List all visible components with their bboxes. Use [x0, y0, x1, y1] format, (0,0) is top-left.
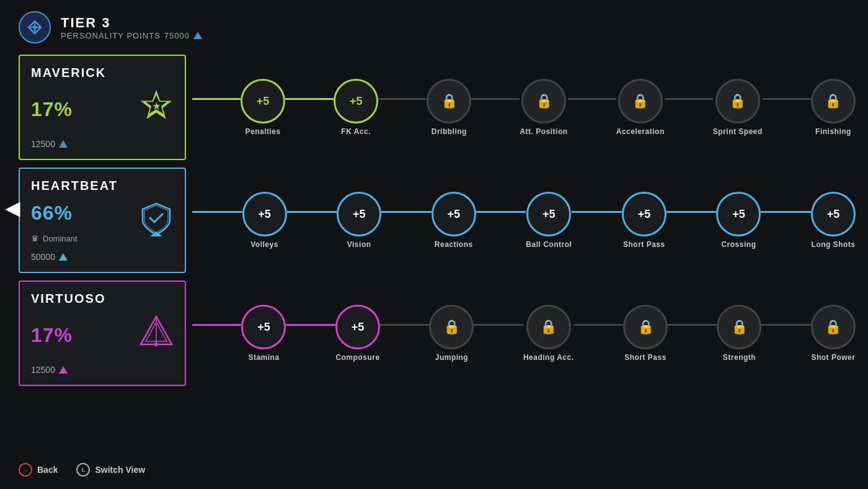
heartbeat-skill-chain: +5 Volleys +5 Vision +5 Reactions [186, 192, 856, 249]
maverick-connector-start [192, 98, 241, 100]
switch-l-icon: L [76, 463, 90, 477]
heartbeat-ballcontrol-circle: +5 [526, 192, 571, 236]
header: TIER 3 PERSONALITY POINTS 75000 [0, 0, 868, 55]
maverick-connector-2 [378, 98, 427, 100]
virtuoso-strength-circle: 🔒 [717, 305, 761, 349]
heartbeat-name: HEARTBEAT [31, 179, 174, 193]
maverick-finishing-circle: 🔒 [811, 79, 856, 123]
virtuoso-skill-composure[interactable]: +5 Composure [335, 305, 380, 362]
maverick-points-triangle [59, 140, 68, 148]
virtuoso-connector-4 [574, 324, 623, 326]
heartbeat-connector-3 [476, 211, 526, 213]
virtuoso-jumping-circle: 🔒 [429, 305, 474, 349]
tier-title: TIER 3 [61, 15, 202, 31]
maverick-points: 12500 [31, 139, 68, 149]
heartbeat-shortpass-circle: +5 [622, 192, 666, 236]
virtuoso-name: VIRTUOSO [31, 292, 174, 306]
maverick-connector-6 [763, 98, 811, 100]
heartbeat-bottom: 50000 [31, 252, 174, 262]
maverick-skill-chain: +5 Penalties +5 FK Acc. 🔒 Dribbling [186, 79, 856, 136]
virtuoso-stamina-circle: +5 [241, 305, 286, 349]
tier-icon [19, 11, 51, 43]
back-arrow-icon[interactable]: ◀ [5, 196, 20, 220]
virtuoso-connector-6 [761, 324, 810, 326]
back-circle-icon: ○ [19, 463, 32, 477]
svg-point-3 [33, 25, 37, 29]
maverick-connector-5 [665, 98, 713, 100]
heartbeat-connector-2 [381, 211, 432, 213]
virtuoso-shortpass-circle: 🔒 [623, 305, 668, 349]
heartbeat-points-triangle [59, 253, 68, 261]
virtuoso-skill-headingacc: 🔒 Heading Acc. [523, 305, 574, 362]
virtuoso-points-triangle [59, 366, 68, 374]
maverick-skill-finishing: 🔒 Finishing [811, 79, 856, 136]
virtuoso-shotpower-circle: 🔒 [811, 305, 856, 349]
heartbeat-connector-6 [761, 211, 811, 213]
maverick-acceleration-circle: 🔒 [618, 79, 663, 123]
virtuoso-row: VIRTUOSO 17% 12500 [19, 280, 856, 386]
heartbeat-points: 50000 [31, 252, 68, 262]
virtuoso-connector-2 [380, 324, 429, 326]
switch-view-button[interactable]: L Switch View [76, 463, 145, 477]
maverick-name: MAVERICK [31, 66, 174, 80]
virtuoso-connector-5 [668, 324, 717, 326]
maverick-row: MAVERICK 17% 12500 ★ [19, 55, 856, 160]
maverick-skill-attposition: 🔒 Att. Position [520, 79, 567, 136]
heartbeat-skill-longshots[interactable]: +5 Long Shots [811, 192, 856, 249]
svg-text:★: ★ [153, 101, 161, 111]
virtuoso-bottom: 12500 [31, 365, 174, 375]
virtuoso-skill-shotpower: 🔒 Shot Power [811, 305, 856, 362]
maverick-card[interactable]: MAVERICK 17% 12500 ★ [19, 55, 186, 160]
personality-points: PERSONALITY POINTS 75000 [61, 31, 202, 40]
heartbeat-skill-volleys[interactable]: +5 Volleys [242, 192, 287, 249]
header-text: TIER 3 PERSONALITY POINTS 75000 [61, 15, 202, 40]
heartbeat-longshots-circle: +5 [811, 192, 856, 236]
virtuoso-connector-3 [474, 324, 523, 326]
heartbeat-volleys-circle: +5 [242, 192, 287, 236]
maverick-connector-3 [471, 98, 520, 100]
maverick-connector-4 [568, 98, 616, 100]
heartbeat-card[interactable]: HEARTBEAT 66% ♛ Dominant 50000 [19, 168, 186, 273]
maverick-fkacc-circle: +5 [334, 79, 378, 123]
back-button[interactable]: ○ Back [19, 463, 58, 477]
maverick-sprintspeed-circle: 🔒 [715, 79, 760, 123]
virtuoso-skill-chain: +5 Stamina +5 Composure 🔒 Jumping [186, 305, 856, 362]
heartbeat-row: HEARTBEAT 66% ♛ Dominant 50000 [19, 168, 856, 273]
heartbeat-connector-5 [666, 211, 717, 213]
maverick-skill-penalties[interactable]: +5 Penalties [241, 79, 285, 136]
pp-triangle-icon [193, 32, 202, 39]
heartbeat-skill-reactions[interactable]: +5 Reactions [432, 192, 476, 249]
heartbeat-skill-crossing[interactable]: +5 Crossing [716, 192, 761, 249]
heartbeat-crossing-circle: +5 [716, 192, 761, 236]
virtuoso-points: 12500 [31, 365, 68, 375]
heartbeat-skill-vision[interactable]: +5 Vision [337, 192, 381, 249]
virtuoso-skill-jumping: 🔒 Jumping [429, 305, 474, 362]
footer: ○ Back L Switch View [19, 463, 145, 477]
maverick-skill-acceleration: 🔒 Acceleration [616, 79, 665, 136]
crown-icon: ♛ [31, 233, 39, 243]
maverick-penalties-circle: +5 [241, 79, 285, 123]
maverick-bottom: 12500 [31, 139, 174, 149]
maverick-skill-dribbling: 🔒 Dribbling [427, 79, 471, 136]
main-content: ◀ MAVERICK 17% 12500 ★ [0, 55, 868, 386]
maverick-connector-1 [285, 98, 334, 100]
virtuoso-skill-stamina[interactable]: +5 Stamina [241, 305, 286, 362]
maverick-attposition-circle: 🔒 [521, 79, 566, 123]
virtuoso-skill-shortpass: 🔒 Short Pass [623, 305, 668, 362]
svg-point-12 [154, 343, 158, 346]
virtuoso-card[interactable]: VIRTUOSO 17% 12500 [19, 280, 186, 386]
heartbeat-skill-shortpass[interactable]: +5 Short Pass [622, 192, 666, 249]
virtuoso-connector-1 [286, 324, 335, 326]
maverick-skill-fkacc[interactable]: +5 FK Acc. [334, 79, 378, 136]
virtuoso-composure-circle: +5 [335, 305, 380, 349]
maverick-dribbling-circle: 🔒 [427, 79, 471, 123]
maverick-skill-sprintspeed: 🔒 Sprint Speed [713, 79, 763, 136]
virtuoso-headingacc-circle: 🔒 [526, 305, 571, 349]
heartbeat-connector-4 [572, 211, 622, 213]
maverick-icon: ★ [138, 87, 175, 127]
heartbeat-skill-ballcontrol[interactable]: +5 Ball Control [526, 192, 572, 249]
virtuoso-icon [138, 313, 175, 353]
heartbeat-connector-1 [287, 211, 337, 213]
heartbeat-reactions-circle: +5 [432, 192, 476, 236]
heartbeat-icon [138, 200, 175, 240]
